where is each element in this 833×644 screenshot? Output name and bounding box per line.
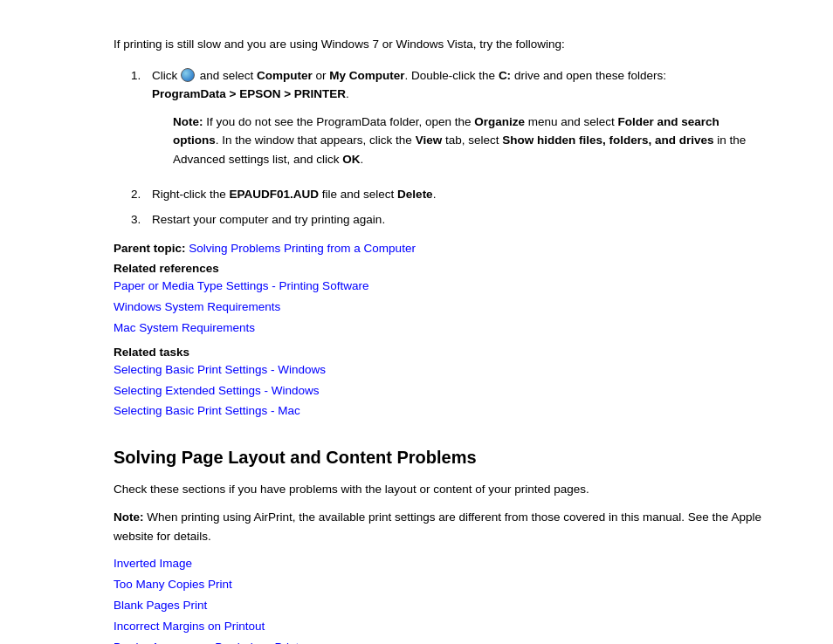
related-references-section: Related references Paper or Media Type S… (114, 262, 763, 339)
section-link-2[interactable]: Too Many Copies Print (114, 575, 763, 595)
step-1-number: 1. (131, 66, 147, 178)
section-heading: Solving Page Layout and Content Problems (114, 448, 763, 468)
related-tasks-title: Related tasks (114, 346, 763, 359)
numbered-list: 1. Click and select Computer or My Compu… (131, 66, 763, 230)
step-1: 1. Click and select Computer or My Compu… (131, 66, 763, 178)
related-ref-link-2[interactable]: Windows System Requirements (114, 298, 763, 318)
parent-topic-link[interactable]: Solving Problems Printing from a Compute… (189, 242, 416, 255)
related-references-links: Paper or Media Type Settings - Printing … (114, 277, 763, 339)
step-1-content: Click and select Computer or My Computer… (152, 66, 763, 178)
related-tasks-section: Related tasks Selecting Basic Print Sett… (114, 346, 763, 422)
section-note-text: When printing using AirPrint, the availa… (114, 510, 761, 543)
related-task-link-3[interactable]: Selecting Basic Print Settings - Mac (114, 401, 763, 421)
step-1-bold-computer: Computer (257, 69, 313, 82)
related-task-link-1[interactable]: Selecting Basic Print Settings - Windows (114, 360, 763, 380)
page-container: If printing is still slow and you are us… (0, 0, 833, 644)
step-3: 3. Restart your computer and try printin… (131, 210, 763, 230)
related-tasks-links: Selecting Basic Print Settings - Windows… (114, 360, 763, 422)
related-ref-link-1[interactable]: Paper or Media Type Settings - Printing … (114, 277, 763, 297)
section-note: Note: When printing using AirPrint, the … (114, 508, 763, 545)
step-2-content: Right-click the EPAUDF01.AUD file and se… (152, 185, 763, 204)
step-1-note-label: Note: (173, 115, 203, 128)
section-link-5[interactable]: Border Appears on Borderless Prints (114, 638, 763, 644)
step-1-bold-mycomputer: My Computer (329, 69, 404, 82)
step-1-note-organize: Organize (474, 115, 525, 128)
intro-text: If printing is still slow and you are us… (114, 35, 763, 54)
step-1-note-view: View (416, 134, 443, 147)
related-references-title: Related references (114, 262, 763, 275)
section-link-4[interactable]: Incorrect Margins on Printout (114, 617, 763, 637)
section-link-1[interactable]: Inverted Image (114, 554, 763, 574)
related-ref-link-3[interactable]: Mac System Requirements (114, 319, 763, 339)
section-content-links: Inverted Image Too Many Copies Print Bla… (114, 554, 763, 644)
step-3-number: 3. (131, 210, 147, 230)
step-2: 2. Right-click the EPAUDF01.AUD file and… (131, 185, 763, 204)
step-3-content: Restart your computer and try printing a… (152, 210, 763, 230)
parent-topic-label: Parent topic: (114, 242, 186, 255)
step-2-filename: EPAUDF01.AUD (230, 188, 320, 201)
step-1-note-ok: OK (342, 153, 360, 166)
section-note-label: Note: (114, 510, 144, 524)
step-2-number: 2. (131, 185, 147, 204)
step-1-bold-drive: C: (499, 69, 511, 82)
step-1-folder-path: ProgramData > EPSON > PRINTER (152, 87, 346, 100)
step-2-delete: Delete (397, 188, 433, 201)
section-link-3[interactable]: Blank Pages Print (114, 596, 763, 616)
parent-topic-section: Parent topic: Solving Problems Printing … (114, 242, 763, 255)
step-1-note: Note: If you do not see the ProgramData … (173, 113, 763, 169)
related-task-link-2[interactable]: Selecting Extended Settings - Windows (114, 381, 763, 401)
step-1-note-show-hidden: Show hidden files, folders, and drives (502, 134, 713, 147)
globe-icon (181, 68, 195, 82)
section-intro: Check these sections if you have problem… (114, 480, 763, 499)
